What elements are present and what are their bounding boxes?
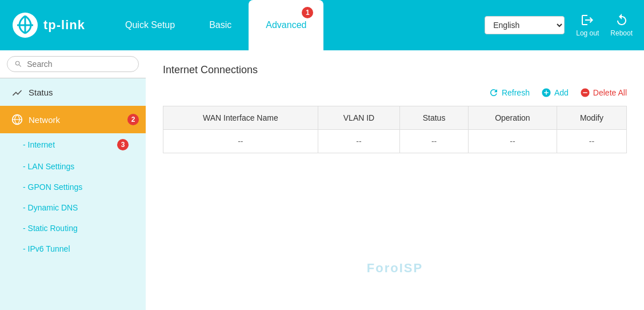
search-bar bbox=[0, 50, 146, 78]
refresh-button[interactable]: Refresh bbox=[489, 88, 530, 98]
delete-icon bbox=[580, 88, 590, 98]
sidebar-sub-static-routing[interactable]: - Static Routing bbox=[0, 218, 146, 239]
sidebar-item-network[interactable]: Network 2 bbox=[0, 106, 146, 133]
sidebar-sub-gpon-settings[interactable]: - GPON Settings bbox=[0, 177, 146, 197]
reboot-label: Reboot bbox=[610, 29, 633, 37]
internet-connections-table: WAN Interface Name VLAN ID Status Operat… bbox=[163, 106, 627, 153]
page-title: Internet Connections bbox=[163, 64, 627, 76]
delete-all-button[interactable]: Delete All bbox=[580, 88, 627, 98]
add-button[interactable]: Add bbox=[541, 88, 569, 98]
advanced-badge: 1 bbox=[302, 7, 313, 18]
network-icon bbox=[11, 114, 23, 125]
table-row: -- -- -- -- -- bbox=[163, 130, 627, 153]
add-label: Add bbox=[554, 88, 569, 97]
refresh-label: Refresh bbox=[502, 88, 530, 97]
cell-operation: -- bbox=[468, 130, 557, 153]
col-vlan-id: VLAN ID bbox=[318, 106, 400, 130]
refresh-icon bbox=[489, 88, 499, 98]
sidebar-sub-ipv6-tunnel-label: - IPv6 Tunnel bbox=[23, 244, 70, 253]
sidebar-item-status-label: Status bbox=[29, 88, 53, 97]
content-area: Internet Connections Refresh Add Delete … bbox=[146, 50, 644, 310]
cell-status: -- bbox=[400, 130, 468, 153]
nav-advanced[interactable]: Advanced 1 bbox=[249, 0, 323, 50]
sidebar-item-status[interactable]: Status bbox=[0, 78, 146, 106]
sidebar-sub-internet-label: - Internet bbox=[23, 140, 114, 149]
logout-label: Log out bbox=[576, 29, 599, 37]
nav-basic[interactable]: Basic bbox=[192, 0, 249, 50]
sidebar-sub-dynamic-dns-label: - Dynamic DNS bbox=[23, 203, 78, 212]
sidebar-sub-lan-settings[interactable]: - LAN Settings bbox=[0, 156, 146, 177]
sidebar-sub-ipv6-tunnel[interactable]: - IPv6 Tunnel bbox=[0, 239, 146, 259]
nav-quick-setup[interactable]: Quick Setup bbox=[108, 0, 192, 50]
table-header-row: WAN Interface Name VLAN ID Status Operat… bbox=[163, 106, 627, 130]
toolbar: Refresh Add Delete All bbox=[163, 88, 627, 98]
logout-icon bbox=[581, 13, 594, 27]
col-modify: Modify bbox=[557, 106, 627, 130]
sidebar-sub-gpon-settings-label: - GPON Settings bbox=[23, 182, 82, 192]
sidebar: Status Network 2 - Internet 3 - LAN Sett… bbox=[0, 50, 146, 310]
col-wan-interface: WAN Interface Name bbox=[163, 106, 318, 130]
sidebar-sub-static-routing-label: - Static Routing bbox=[23, 224, 78, 233]
logo-area: tp-link bbox=[11, 11, 85, 39]
sidebar-item-network-label: Network bbox=[29, 115, 60, 125]
nav-links: Quick Setup Basic Advanced 1 bbox=[108, 0, 485, 50]
nav-advanced-label: Advanced bbox=[266, 20, 306, 30]
cell-vlan-id: -- bbox=[318, 130, 400, 153]
delete-all-label: Delete All bbox=[593, 88, 627, 97]
language-select[interactable]: English Chinese Spanish bbox=[485, 16, 565, 34]
internet-badge: 3 bbox=[117, 139, 129, 150]
sidebar-sub-internet[interactable]: - Internet 3 bbox=[0, 133, 146, 156]
network-badge: 2 bbox=[127, 114, 139, 125]
cell-modify: -- bbox=[557, 130, 627, 153]
reboot-button[interactable]: Reboot bbox=[610, 13, 633, 37]
nav-quick-setup-label: Quick Setup bbox=[125, 20, 175, 30]
cell-wan-interface: -- bbox=[163, 130, 318, 153]
nav-basic-label: Basic bbox=[209, 20, 231, 30]
search-icon bbox=[14, 59, 22, 69]
col-status: Status bbox=[400, 106, 468, 130]
watermark: ForoISP bbox=[367, 261, 423, 276]
reboot-icon bbox=[615, 13, 629, 27]
tplink-logo-icon bbox=[11, 11, 39, 39]
logout-button[interactable]: Log out bbox=[576, 13, 599, 37]
logo-text: tp-link bbox=[43, 18, 85, 33]
status-icon bbox=[11, 86, 23, 98]
search-input[interactable] bbox=[27, 59, 131, 69]
search-input-wrap[interactable] bbox=[7, 56, 139, 72]
sidebar-sub-lan-settings-label: - LAN Settings bbox=[23, 162, 74, 171]
table-header: WAN Interface Name VLAN ID Status Operat… bbox=[163, 106, 627, 130]
main-layout: Status Network 2 - Internet 3 - LAN Sett… bbox=[0, 50, 644, 310]
add-icon bbox=[541, 88, 551, 98]
header: tp-link Quick Setup Basic Advanced 1 Eng… bbox=[0, 0, 644, 50]
header-right: English Chinese Spanish Log out Reboot bbox=[485, 13, 633, 37]
table-body: -- -- -- -- -- bbox=[163, 130, 627, 153]
sidebar-sub-dynamic-dns[interactable]: - Dynamic DNS bbox=[0, 197, 146, 218]
col-operation: Operation bbox=[468, 106, 557, 130]
